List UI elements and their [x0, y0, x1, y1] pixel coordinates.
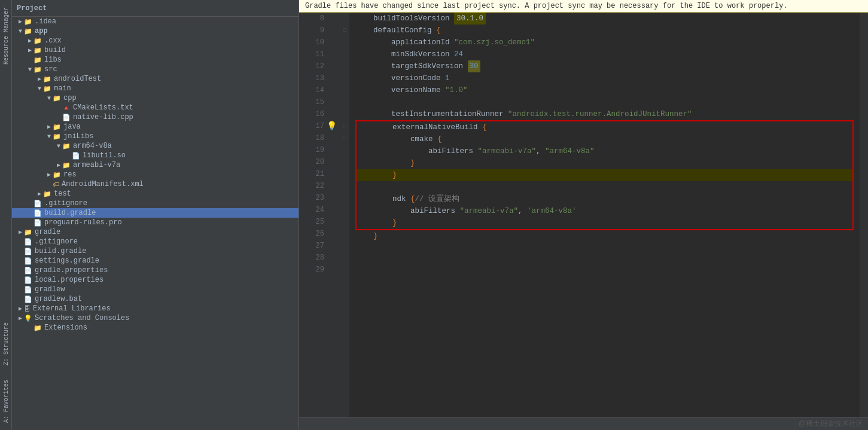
tree-item-gitignore-app[interactable]: 📄 .gitignore — [12, 199, 299, 208]
gutter-21 — [340, 168, 349, 180]
folder-icon-res: 📁 — [53, 171, 61, 179]
tree-item-libs[interactable]: 📁 libs — [12, 55, 299, 65]
line-15: 15 — [301, 96, 336, 108]
tree-item-gradle-properties[interactable]: 📄 gradle.properties — [12, 266, 299, 275]
tree-item-cmakeLists[interactable]: 🔺 CMakeLists.txt — [12, 103, 299, 112]
code-line-27 — [355, 242, 854, 254]
gutter-checkboxes: □ □ □ — [340, 13, 349, 417]
line-17: 17💡 — [301, 120, 336, 132]
label-cmakeLists: CMakeLists.txt — [73, 103, 133, 112]
tree-item-armeabi[interactable]: ▶ 📁 armeabi-v7a — [12, 160, 299, 170]
arrow-java: ▶ — [45, 123, 53, 130]
folder-icon-androidTest: 📁 — [43, 75, 51, 83]
tree-item-libutil[interactable]: 📄 libutil.so — [12, 151, 299, 160]
tree-item-build[interactable]: ▶ 📁 build — [12, 45, 299, 55]
code-line-20: } — [357, 157, 852, 169]
tree-item-app[interactable]: ▼ 📁 app — [12, 26, 299, 36]
label-idea: .idea — [35, 17, 56, 26]
label-scratches: Scratches and Consoles — [35, 314, 129, 322]
code-line-10: applicationId "com.szj.so_demo1" — [355, 36, 854, 48]
gutter-12 — [340, 60, 349, 72]
tree-item-cxx[interactable]: ▶ 📁 .cxx — [12, 36, 299, 45]
label-gitignore-root: .gitignore — [35, 237, 78, 246]
editor-area: Gradle files have changed since last pro… — [299, 0, 868, 430]
tree-item-src[interactable]: ▼ 📁 src — [12, 65, 299, 74]
arrow-test: ▶ — [36, 190, 43, 197]
label-armeabi: armeabi-v7a — [73, 161, 120, 169]
gutter-15 — [340, 96, 349, 108]
label-cxx: .cxx — [44, 36, 62, 45]
code-line-29 — [355, 266, 854, 278]
tree-item-main[interactable]: ▼ 📁 main — [12, 84, 299, 93]
gutter-11 — [340, 48, 349, 60]
line-13: 13 — [301, 72, 336, 84]
tree-item-gitignore-root[interactable]: 📄 .gitignore — [12, 237, 299, 246]
line-29: 29 — [301, 264, 336, 276]
label-gradlew-bat: gradlew.bat — [35, 295, 82, 303]
tree-item-manifest[interactable]: 🏷 AndroidManifest.xml — [12, 179, 299, 189]
tree-item-test[interactable]: ▶ 📁 test — [12, 189, 299, 199]
folder-icon-libs: 📁 — [33, 56, 42, 64]
tree-item-java[interactable]: ▶ 📁 java — [12, 122, 299, 132]
tree-item-gradle[interactable]: ▶ 📁 gradle — [12, 227, 299, 237]
label-gradle: gradle — [35, 228, 60, 236]
git-icon-root: 📄 — [24, 238, 32, 246]
gutter-20 — [340, 156, 349, 168]
label-libs: libs — [44, 56, 62, 64]
editor-content: 8 9 10 11 12 13 14 15 16 17💡 18 19 20 21… — [299, 13, 868, 417]
tree-item-nativelib[interactable]: 📄 native-lib.cpp — [12, 112, 299, 122]
folder-icon-test: 📁 — [43, 190, 51, 198]
tree-item-androidTest[interactable]: ▶ 📁 androidTest — [12, 74, 299, 84]
tree-item-idea[interactable]: ▶ 📁 .idea — [12, 17, 299, 26]
folder-icon-idea: 📁 — [24, 18, 32, 26]
tree-item-scratches[interactable]: ▶ 💡 Scratches and Consoles — [12, 313, 299, 323]
tree-item-arm64[interactable]: ▼ 📁 arm64-v8a — [12, 141, 299, 151]
z-structure-tab[interactable]: Z: Structure — [0, 315, 11, 373]
line-26: 26 — [301, 228, 336, 240]
tree-item-gradlew-bat[interactable]: 📄 gradlew.bat — [12, 294, 299, 304]
line-16: 16 — [301, 108, 336, 120]
arrow-main: ▼ — [36, 86, 43, 92]
code-editor[interactable]: buildToolsVersion 30.1.0 defaultConfig {… — [349, 13, 860, 417]
gradle-icon-root: 📄 — [24, 248, 32, 255]
folder-icon-armeabi: 📁 — [62, 161, 71, 169]
arrow-res: ▶ — [45, 171, 53, 178]
gutter-24 — [340, 204, 349, 216]
line-18: 18 — [301, 132, 336, 144]
code-line-13: versionCode 1 — [355, 72, 854, 84]
label-proguard: proguard-rules.pro — [44, 218, 122, 227]
tree-item-external-libraries[interactable]: ▶ 🗄 External Libraries — [12, 304, 299, 313]
tree-item-build-gradle-root[interactable]: 📄 build.gradle — [12, 246, 299, 256]
gutter-29 — [340, 264, 349, 276]
xml-icon: 🏷 — [53, 181, 59, 188]
a-favorites-tab[interactable]: A: Favorites — [0, 373, 11, 430]
app-icon: 📁 — [24, 28, 32, 35]
project-tree[interactable]: ▶ 📁 .idea ▼ 📁 app ▶ 📁 .cxx ▶ — [12, 17, 299, 430]
gutter-28 — [340, 252, 349, 264]
label-build-gradle-root: build.gradle — [35, 247, 86, 255]
tree-item-cpp[interactable]: ▼ 📁 cpp — [12, 93, 299, 103]
code-line-14: versionName "1.0" — [355, 84, 854, 96]
tree-item-res[interactable]: ▶ 📁 res — [12, 170, 299, 179]
tree-item-settings-gradle[interactable]: 📄 settings.gradle — [12, 256, 299, 266]
label-java: java — [63, 123, 81, 131]
tree-item-local-properties[interactable]: 📄 local.properties — [12, 275, 299, 285]
label-settings-gradle: settings.gradle — [35, 257, 99, 265]
file-icon-proguard: 📄 — [33, 219, 42, 227]
label-external-libraries: External Libraries — [33, 304, 111, 313]
tree-item-extensions[interactable]: 📁 Extensions — [12, 323, 299, 333]
label-cpp: cpp — [63, 94, 77, 102]
tree-item-gradlew[interactable]: 📄 gradlew — [12, 285, 299, 294]
tree-item-jniLibs[interactable]: ▼ 📁 jniLibs — [12, 132, 299, 141]
line-12: 12 — [301, 60, 336, 72]
gradle-icon-app: 📄 — [33, 209, 42, 217]
code-line-25: } — [357, 217, 852, 229]
gutter-18: □ — [340, 132, 349, 144]
tree-item-build-gradle[interactable]: 📄 build.gradle — [12, 208, 299, 218]
folder-icon-main: 📁 — [43, 85, 51, 93]
line-22: 22 — [301, 180, 336, 192]
label-build-gradle: build.gradle — [44, 209, 96, 217]
label-src: src — [44, 65, 57, 74]
tree-item-proguard[interactable]: 📄 proguard-rules.pro — [12, 218, 299, 227]
resource-manager-tab[interactable]: Resource Manager — [0, 0, 11, 72]
